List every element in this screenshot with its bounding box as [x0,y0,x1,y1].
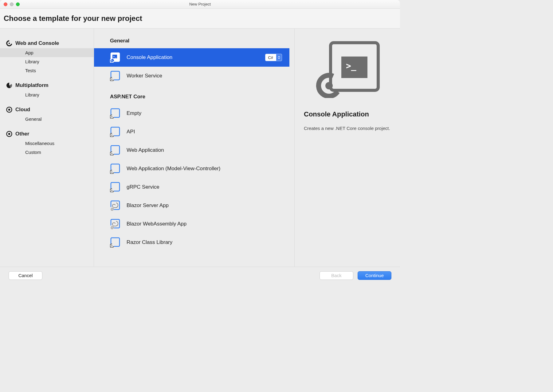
sidebar-section-cloud[interactable]: Cloud [0,105,94,115]
blazor-icon [110,200,120,211]
template-label: Blazor WebAssembly App [127,221,282,227]
template-label: Empty [127,110,282,116]
dialog-footer: Cancel Back Continue [0,267,400,284]
detail-description: Creates a new .NET Core console project. [304,125,390,132]
pie-icon [6,82,12,88]
template-label: Web Application (Model-View-Controller) [127,166,282,172]
svg-point-4 [325,82,333,89]
dialog-header: Choose a template for your new project [0,9,400,29]
sidebar-section-label: Multiplatform [15,82,49,88]
spinner-icon [6,40,12,46]
template-group-heading: ASP.NET Core [94,85,289,104]
template-list[interactable]: GeneralConsole Application C# Worker Ser… [94,29,294,267]
svg-text:>_: >_ [346,61,356,71]
project-icon [110,71,120,81]
content-area: Web and ConsoleAppLibraryTestsMultiplatf… [0,29,400,267]
template-api[interactable]: API [94,123,289,141]
template-label: API [127,129,282,135]
template-label: Worker Service [127,73,282,79]
category-sidebar: Web and ConsoleAppLibraryTestsMultiplatf… [0,29,94,267]
continue-button[interactable]: Continue [358,271,391,280]
template-label: Blazor Server App [127,202,282,209]
template-label: gRPC Service [127,184,282,190]
template-razor-class-library[interactable]: Razor Class Library [94,233,289,252]
language-value: C# [265,55,276,60]
project-icon [110,127,120,137]
target-icon [6,107,12,113]
template-grpc-service[interactable]: gRPC Service [94,178,289,196]
window-title: New Project [0,2,400,6]
template-detail: >_ Console Application Creates a new .NE… [294,29,400,267]
sidebar-item-library[interactable]: Library [0,90,94,99]
sidebar-item-app[interactable]: App [0,48,94,57]
template-blazor-server-app[interactable]: Blazor Server App [94,196,289,215]
template-web-application-model-view-controller-[interactable]: Web Application (Model-View-Controller) [94,159,289,178]
template-group-heading: General [94,35,289,48]
sidebar-item-miscellaneous[interactable]: Miscellaneous [0,139,94,148]
cancel-button[interactable]: Cancel [9,271,42,280]
titlebar: New Project [0,0,400,9]
template-label: Razor Class Library [127,239,282,245]
template-empty[interactable]: Empty [94,104,289,123]
sidebar-section-other[interactable]: Other [0,129,94,139]
language-selector[interactable]: C# [265,54,282,61]
blazor-icon [110,219,120,229]
template-label: Web Application [127,147,282,153]
stepper-icon [276,54,282,61]
project-icon [110,237,120,248]
page-title: Choose a template for your new project [4,14,396,23]
detail-preview-icon: >_ [304,40,391,98]
sidebar-item-general[interactable]: General [0,115,94,123]
template-console-application[interactable]: Console Application C# [94,48,289,67]
sidebar-item-tests[interactable]: Tests [0,66,94,75]
template-worker-service[interactable]: Worker Service [94,67,289,85]
template-web-application[interactable]: Web Application [94,141,289,159]
sidebar-section-label: Other [15,131,29,137]
sidebar-section-label: Web and Console [15,40,59,46]
sidebar-section-label: Cloud [15,107,30,113]
sidebar-section-multiplatform[interactable]: Multiplatform [0,80,94,90]
detail-title: Console Application [304,110,369,118]
sidebar-item-custom[interactable]: Custom [0,148,94,157]
template-label: Console Application [127,54,259,61]
project-icon [110,108,120,119]
back-button[interactable]: Back [320,271,353,280]
sidebar-section-web-and-console[interactable]: Web and Console [0,38,94,48]
console-icon [110,52,120,63]
template-blazor-webassembly-app[interactable]: Blazor WebAssembly App [94,215,289,233]
sidebar-item-library[interactable]: Library [0,57,94,66]
project-icon [110,163,120,174]
project-icon [110,145,120,155]
project-icon [110,182,120,192]
target-icon [6,131,12,137]
